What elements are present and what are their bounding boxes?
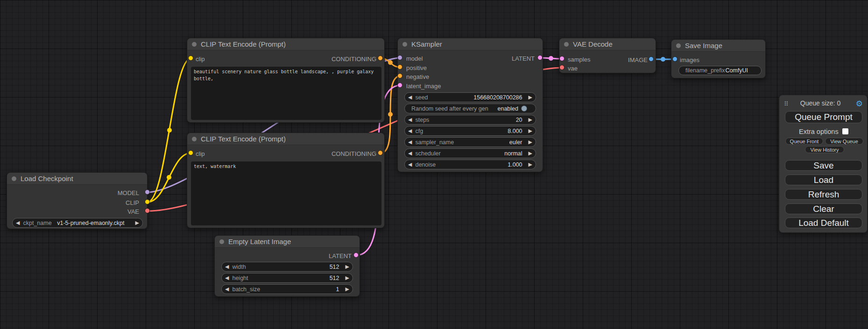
input-label-positive: positive (406, 64, 427, 72)
link-midpoint-dot[interactable] (388, 60, 393, 65)
link-midpoint-dot[interactable] (388, 112, 393, 117)
increment-arrow-icon[interactable]: ▶ (342, 285, 353, 294)
node-title-bar[interactable]: KSampler (398, 38, 543, 50)
port-positive-input[interactable] (397, 64, 402, 70)
collapse-dot-icon[interactable] (219, 239, 224, 244)
collapse-dot-icon[interactable] (676, 43, 681, 48)
node-vae-decode[interactable]: VAE Decode samples vae IMAGE (559, 38, 656, 73)
prompt-textarea[interactable]: beautiful scenery nature glass bottle la… (191, 67, 381, 120)
ckpt-name-widget[interactable]: ◀ ckpt_name v1-5-pruned-emaonly.ckpt ▶ (12, 218, 143, 228)
node-title: CLIP Text Encode (Prompt) (201, 135, 286, 143)
decrement-arrow-icon[interactable]: ◀ (405, 138, 415, 147)
cfg-widget[interactable]: ◀ cfg 8.000 ▶ (404, 126, 536, 136)
increment-arrow-icon[interactable]: ▶ (525, 149, 536, 158)
decrement-arrow-icon[interactable]: ◀ (405, 93, 415, 102)
view-queue-button[interactable]: View Queue (825, 138, 863, 145)
node-title-bar[interactable]: VAE Decode (559, 38, 656, 50)
filename-prefix-widget[interactable]: filename_prefix ComfyUI (678, 66, 762, 75)
collapse-dot-icon[interactable] (12, 176, 16, 181)
port-model-input[interactable] (397, 55, 402, 60)
port-latent-image-input[interactable] (397, 83, 402, 88)
increment-arrow-icon[interactable]: ▶ (132, 218, 142, 227)
decrement-arrow-icon[interactable]: ◀ (405, 149, 415, 158)
link-midpoint-dot[interactable] (549, 56, 553, 61)
input-label-clip: clip (196, 150, 205, 158)
toggle-circle-icon[interactable] (521, 105, 527, 112)
increment-arrow-icon[interactable]: ▶ (342, 262, 353, 271)
decrement-arrow-icon[interactable]: ◀ (222, 262, 232, 271)
batch-size-widget[interactable]: ◀ batch_size 1 ▶ (221, 284, 353, 294)
link-midpoint-dot[interactable] (167, 175, 171, 180)
port-images-input[interactable] (672, 56, 677, 62)
port-model-output[interactable] (145, 189, 150, 195)
graph-canvas[interactable]: Load Checkpoint MODEL CLIP VAE ◀ ckpt_na… (0, 0, 868, 329)
decrement-arrow-icon[interactable]: ◀ (222, 273, 232, 282)
increment-arrow-icon[interactable]: ▶ (525, 115, 536, 124)
port-latent-output-empty[interactable] (353, 252, 359, 258)
increment-arrow-icon[interactable]: ▶ (342, 273, 353, 282)
link-midpoint-dot[interactable] (661, 57, 665, 62)
port-conditioning-output-negative[interactable] (378, 150, 383, 155)
link-midpoint-dot[interactable] (167, 128, 172, 133)
node-ksampler[interactable]: KSampler model positive negative latent_… (397, 38, 543, 172)
port-conditioning-output-positive[interactable] (378, 56, 383, 61)
view-history-button[interactable]: View History (805, 146, 844, 153)
node-title-bar[interactable]: Save Image (671, 40, 765, 52)
collapse-dot-icon[interactable] (564, 42, 569, 47)
widget-label: sampler_name (415, 139, 509, 146)
decrement-arrow-icon[interactable]: ◀ (405, 115, 415, 124)
queue-front-button[interactable]: Queue Front (785, 138, 823, 145)
port-vae-output[interactable] (145, 208, 150, 213)
steps-widget[interactable]: ◀ steps 20 ▶ (404, 115, 536, 125)
node-title-bar[interactable]: Load Checkpoint (7, 173, 147, 185)
denoise-widget[interactable]: ◀ denoise 1.000 ▶ (404, 160, 536, 169)
clear-button[interactable]: Clear (785, 203, 862, 214)
node-title-bar[interactable]: Empty Latent Image (215, 236, 360, 248)
output-label-clip: CLIP (126, 199, 139, 207)
queue-prompt-button[interactable]: Queue Prompt (785, 111, 862, 123)
port-samples-input[interactable] (559, 56, 565, 61)
port-image-output[interactable] (649, 56, 654, 62)
increment-arrow-icon[interactable]: ▶ (525, 160, 536, 169)
increment-arrow-icon[interactable]: ▶ (525, 93, 536, 102)
random-seed-widget[interactable]: Random seed after every gen enabled (404, 104, 536, 113)
scheduler-widget[interactable]: ◀ scheduler normal ▶ (404, 148, 536, 158)
height-widget[interactable]: ◀ height 512 ▶ (221, 273, 353, 283)
prompt-textarea[interactable]: text, watermark (191, 161, 381, 225)
seed-widget[interactable]: ◀ seed 156680208700286 ▶ (404, 92, 536, 102)
port-clip-input-negative[interactable] (188, 150, 193, 155)
node-title: CLIP Text Encode (Prompt) (201, 40, 286, 48)
port-negative-input[interactable] (397, 73, 402, 78)
load-default-button[interactable]: Load Default (785, 217, 862, 228)
save-button[interactable]: Save (785, 160, 862, 171)
load-button[interactable]: Load (785, 175, 862, 185)
node-title-bar[interactable]: CLIP Text Encode (Prompt) (187, 133, 384, 145)
decrement-arrow-icon[interactable]: ◀ (222, 285, 232, 294)
node-clip-text-encode-positive[interactable]: CLIP Text Encode (Prompt) clip CONDITION… (187, 38, 385, 123)
decrement-arrow-icon[interactable]: ◀ (405, 160, 415, 169)
width-widget[interactable]: ◀ width 512 ▶ (221, 262, 353, 272)
sampler-name-widget[interactable]: ◀ sampler_name euler ▶ (404, 137, 536, 147)
decrement-arrow-icon[interactable]: ◀ (13, 218, 23, 227)
node-title-bar[interactable]: CLIP Text Encode (Prompt) (187, 38, 384, 50)
collapse-dot-icon[interactable] (402, 42, 407, 47)
node-save-image[interactable]: Save Image images filename_prefix ComfyU… (671, 39, 766, 78)
decrement-arrow-icon[interactable]: ◀ (405, 126, 415, 135)
node-empty-latent-image[interactable]: Empty Latent Image LATENT ◀ width 512 ▶ … (214, 235, 360, 297)
node-load-checkpoint[interactable]: Load Checkpoint MODEL CLIP VAE ◀ ckpt_na… (7, 172, 148, 229)
widget-value: 1.000 (508, 161, 522, 168)
increment-arrow-icon[interactable]: ▶ (525, 126, 536, 135)
node-clip-text-encode-negative[interactable]: CLIP Text Encode (Prompt) clip CONDITION… (187, 133, 385, 228)
extra-options-checkbox[interactable] (842, 128, 848, 134)
port-vae-input[interactable] (559, 65, 565, 70)
gear-icon[interactable]: ⚙ (856, 99, 863, 109)
collapse-dot-icon[interactable] (192, 137, 197, 141)
collapse-dot-icon[interactable] (192, 42, 197, 47)
refresh-button[interactable]: Refresh (785, 189, 862, 200)
port-clip-output[interactable] (145, 199, 150, 204)
widget-label: ckpt_name (23, 220, 57, 226)
increment-arrow-icon[interactable]: ▶ (525, 138, 536, 147)
port-clip-input-positive[interactable] (188, 56, 193, 61)
output-label-conditioning: CONDITIONING (332, 150, 376, 158)
port-latent-output-ksampler[interactable] (537, 55, 543, 60)
